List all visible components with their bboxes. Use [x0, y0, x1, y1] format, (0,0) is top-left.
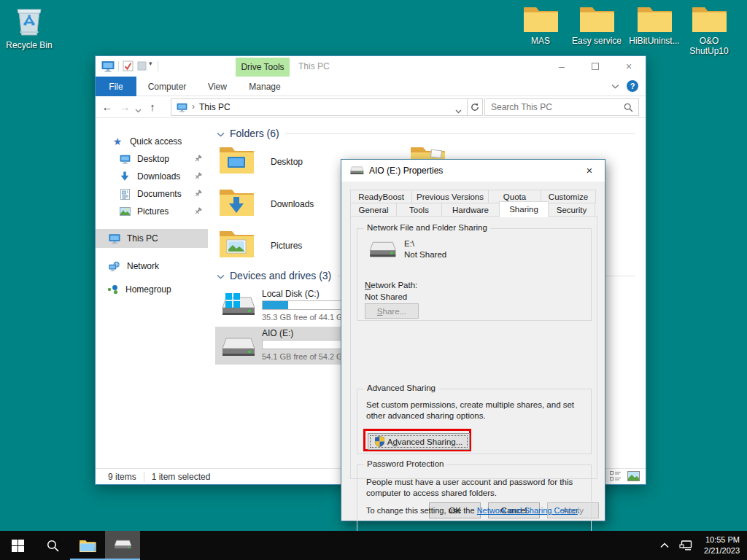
drive-icon	[368, 241, 397, 260]
pin-icon	[194, 172, 202, 182]
expand-ribbon-chevron-icon[interactable]	[611, 81, 619, 91]
network-icon	[109, 261, 120, 272]
advanced-sharing-button[interactable]: Advanced Sharing...	[368, 433, 470, 450]
properties-dialog: AIO (E:) Properties × ReadyBoost Previou…	[341, 159, 605, 521]
tray-chevron-up-icon[interactable]	[660, 542, 669, 548]
desktop-icon-label: O&O ShutUp10	[684, 36, 735, 56]
desktop-icon-label: Easy service	[569, 36, 624, 46]
maximize-button[interactable]	[578, 56, 612, 77]
tab-sharing[interactable]: Sharing	[499, 201, 549, 217]
help-icon[interactable]: ?	[627, 80, 638, 92]
desktop-icon-label: MAS	[513, 36, 568, 46]
network-sharing-groupbox: Network File and Folder Sharing E:\ Not …	[357, 228, 592, 321]
desktop-icon-oo-shutup10[interactable]: O&O ShutUp10	[684, 4, 735, 56]
sidebar-item-documents[interactable]: Documents	[96, 185, 212, 203]
network-tray-icon[interactable]	[679, 540, 692, 551]
up-button[interactable]: ↑	[145, 99, 160, 115]
share-button[interactable]: Share...	[365, 303, 419, 319]
minimize-button[interactable]: –	[545, 56, 578, 77]
tab-computer[interactable]: Computer	[139, 77, 195, 96]
sidebar-item-this-pc[interactable]: This PC	[96, 229, 208, 248]
folder-icon	[627, 4, 682, 34]
search-box[interactable]	[484, 98, 639, 116]
folder-icon	[218, 228, 255, 259]
pin-icon	[194, 207, 202, 217]
folder-icon	[513, 4, 568, 34]
quick-access-folder-icon[interactable]	[137, 61, 147, 73]
sidebar-item-desktop[interactable]: Desktop	[96, 150, 212, 168]
close-icon: ×	[626, 61, 632, 72]
quick-access-star-icon: ★	[112, 136, 123, 147]
collapse-chevron-icon[interactable]	[217, 270, 225, 281]
drive-capacity-fill	[263, 301, 288, 309]
ribbon-tab-row: File Computer View Manage ?	[96, 77, 646, 96]
folder-icon	[684, 4, 735, 34]
tab-customize[interactable]: Customize	[541, 190, 596, 203]
breadcrumb[interactable]: This PC	[199, 102, 231, 112]
collapse-chevron-icon[interactable]	[217, 128, 225, 139]
sidebar-item-pictures[interactable]: Pictures	[96, 203, 212, 220]
address-dropdown-chevron-icon[interactable]	[455, 106, 462, 116]
recycle-bin-icon	[6, 4, 53, 38]
item-count: 9 items	[108, 472, 136, 482]
desktop-icon-hibituninstaller[interactable]: HiBitUninst...	[627, 4, 682, 46]
tab-hardware[interactable]: Hardware	[441, 203, 500, 217]
pictures-icon	[119, 207, 131, 216]
back-button[interactable]: ←	[100, 99, 115, 115]
selection-count: 1 item selected	[152, 472, 211, 482]
tab-general[interactable]: General	[350, 203, 397, 217]
desktop-icon-mas[interactable]: MAS	[513, 4, 568, 46]
clock-date: 2/21/2023	[704, 545, 740, 556]
drive-path: E:\	[404, 238, 414, 249]
divider	[144, 472, 144, 482]
refresh-button[interactable]	[467, 99, 482, 115]
downloads-icon	[119, 171, 131, 182]
sidebar-item-homegroup[interactable]: Homegroup	[96, 281, 212, 298]
quick-access-dropdown-icon[interactable]: ▾	[149, 60, 152, 67]
search-icon	[47, 540, 59, 552]
breadcrumb-separator: ›	[192, 101, 195, 112]
drive-icon	[220, 292, 256, 321]
tab-file[interactable]: File	[96, 77, 136, 96]
close-icon: ×	[587, 164, 593, 176]
quick-access-check-icon[interactable]	[123, 61, 133, 74]
details-view-icon[interactable]	[610, 471, 622, 483]
taskbar-file-explorer-button[interactable]	[70, 531, 105, 560]
taskbar-search-button[interactable]	[35, 531, 70, 560]
recent-locations-chevron-icon[interactable]	[135, 105, 142, 115]
desktop-icon	[119, 155, 131, 164]
taskbar-clock[interactable]: 10:55 PM 2/21/2023	[704, 534, 740, 556]
taskbar-drive-properties-button[interactable]	[105, 531, 140, 560]
tab-security[interactable]: Security	[548, 203, 595, 217]
tab-readyboost[interactable]: ReadyBoost	[350, 190, 412, 203]
explorer-titlebar[interactable]: ▾ Drive Tools This PC – ×	[96, 56, 646, 77]
password-protection-change: To change this setting, use the Network …	[366, 505, 597, 516]
desktop-icon-easy-service[interactable]: Easy service	[569, 4, 624, 46]
file-explorer-icon	[79, 539, 96, 553]
network-path-value: Not Shared	[365, 292, 407, 303]
sidebar-item-downloads[interactable]: Downloads	[96, 168, 212, 185]
divider	[285, 133, 635, 134]
tab-tools[interactable]: Tools	[396, 203, 442, 217]
dialog-titlebar[interactable]: AIO (E:) Properties ×	[341, 160, 605, 182]
tab-manage[interactable]: Manage	[240, 77, 290, 96]
tab-previous-versions[interactable]: Previous Versions	[411, 190, 489, 203]
tab-view[interactable]: View	[198, 77, 237, 96]
start-button[interactable]	[0, 531, 35, 560]
address-bar[interactable]: › This PC	[171, 98, 483, 116]
desktop-icon-recycle-bin[interactable]: Recycle Bin	[6, 4, 53, 50]
sidebar-item-quick-access[interactable]: ★ Quick access	[96, 133, 212, 150]
thumbnail-view-icon[interactable]	[627, 471, 640, 483]
forward-button[interactable]: →	[117, 99, 132, 115]
drive-tools-contextual-tab[interactable]: Drive Tools	[236, 58, 290, 77]
sidebar-item-network[interactable]: Network	[96, 257, 212, 275]
close-button[interactable]: ×	[612, 56, 646, 77]
group-header-folders[interactable]: Folders (6)	[217, 126, 635, 141]
separator	[158, 61, 158, 71]
search-icon[interactable]	[624, 103, 633, 114]
search-input[interactable]	[491, 101, 616, 114]
dialog-close-button[interactable]: ×	[577, 160, 602, 180]
this-pc-icon	[109, 233, 120, 244]
drive-icon	[220, 332, 256, 362]
network-sharing-center-link[interactable]: Network and Sharing Center	[477, 506, 578, 515]
